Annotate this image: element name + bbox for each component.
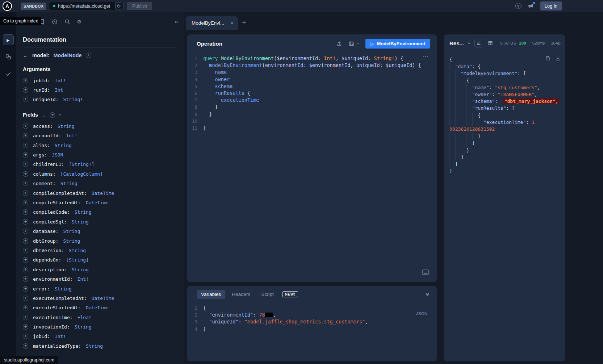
add-field-icon[interactable]: [23, 324, 28, 330]
field-type-link[interactable]: String: [63, 229, 80, 234]
divider: [548, 41, 548, 45]
field-type-link[interactable]: DateTime: [86, 305, 109, 310]
add-field-icon[interactable]: [23, 267, 28, 272]
checklist-nav-button[interactable]: [3, 68, 14, 79]
operation-editor[interactable]: 1query ModelByEnvironment($environmentId…: [187, 55, 437, 131]
add-field-icon[interactable]: [23, 334, 28, 339]
publish-button[interactable]: Publish: [127, 2, 152, 10]
login-button[interactable]: Log in: [540, 1, 562, 11]
add-field-icon[interactable]: [23, 87, 28, 93]
add-field-icon[interactable]: [23, 257, 28, 263]
keyboard-shortcuts-icon[interactable]: [422, 269, 429, 275]
field-type-link[interactable]: String: [55, 143, 72, 148]
breadcrumb: model: ModelNode: [23, 52, 177, 58]
field-type-link[interactable]: String: [72, 267, 89, 272]
add-field-icon[interactable]: [23, 315, 28, 320]
response-dropdown-icon[interactable]: [467, 41, 472, 46]
add-field-icon[interactable]: [23, 219, 28, 225]
breadcrumb-type-link[interactable]: ModelNode: [54, 53, 82, 58]
field-type-link[interactable]: String: [55, 286, 72, 292]
save-button[interactable]: [348, 41, 360, 47]
add-field-icon[interactable]: [23, 238, 28, 244]
code-line: 4}: [187, 326, 437, 332]
editor-overflow-menu-icon[interactable]: [423, 55, 429, 59]
field-type-link[interactable]: [String!]: [69, 162, 94, 167]
share-icon[interactable]: [336, 41, 343, 47]
add-field-icon[interactable]: [23, 248, 28, 253]
field-type-link[interactable]: String: [72, 219, 89, 225]
add-field-icon[interactable]: [23, 152, 28, 158]
graph-url-input[interactable]: https://metadata.cloud.get: [49, 2, 123, 10]
field-type-link[interactable]: String!: [63, 97, 83, 102]
add-field-icon[interactable]: [23, 286, 28, 292]
field-type-link[interactable]: Int!: [78, 276, 89, 282]
settings-icon[interactable]: [77, 18, 81, 25]
field-type-link[interactable]: String: [58, 124, 75, 129]
field-type-link[interactable]: DateTime: [92, 296, 114, 301]
doc-field-row: alias:String: [23, 141, 177, 150]
variables-editor[interactable]: 1{2 "environmentId": 78,3 "uniqueId": "m…: [187, 305, 437, 332]
save-dropdown-icon[interactable]: [356, 42, 360, 46]
add-field-icon[interactable]: [23, 296, 28, 301]
schema-nav-button[interactable]: [3, 51, 14, 62]
add-field-icon[interactable]: [23, 305, 28, 310]
tab-headers[interactable]: Headers: [227, 290, 255, 299]
tab-variables[interactable]: Variables: [197, 290, 225, 299]
sort-fields-icon[interactable]: [43, 112, 45, 118]
field-type-link[interactable]: Float: [78, 315, 92, 320]
line-number: 4: [187, 326, 203, 332]
announcements-button[interactable]: [528, 3, 534, 9]
back-icon[interactable]: [23, 52, 28, 58]
operation-tab[interactable]: ModelByEnvi...: [186, 16, 238, 30]
field-type-link[interactable]: String: [75, 209, 92, 215]
add-field-icon[interactable]: [23, 200, 28, 205]
add-field-icon[interactable]: [23, 209, 28, 215]
add-field-icon[interactable]: [23, 343, 28, 349]
add-type-icon[interactable]: [86, 53, 91, 58]
add-field-icon[interactable]: [23, 97, 28, 102]
field-type-link[interactable]: Int!: [66, 133, 77, 138]
field-type-link[interactable]: DateTime: [92, 191, 114, 196]
field-type-link[interactable]: String: [86, 343, 103, 349]
field-type-link[interactable]: Int!: [55, 78, 66, 83]
run-button[interactable]: ModelByEnvironment: [365, 39, 430, 49]
add-field-icon[interactable]: [23, 191, 28, 196]
field-type-link[interactable]: String: [63, 238, 80, 244]
explorer-nav-button[interactable]: [3, 34, 14, 45]
add-field-icon[interactable]: [23, 171, 28, 177]
add-field-icon[interactable]: [23, 124, 28, 129]
download-response-icon[interactable]: [555, 55, 561, 61]
field-type-link[interactable]: Int!: [55, 334, 66, 339]
add-field-icon[interactable]: [23, 162, 28, 167]
collapse-sidebar-icon[interactable]: [175, 18, 178, 25]
field-type-link[interactable]: Int: [55, 87, 63, 93]
field-type-link[interactable]: String: [75, 324, 92, 330]
add-field-icon[interactable]: [23, 78, 28, 83]
collapse-panel-icon[interactable]: [425, 292, 430, 297]
add-field-icon[interactable]: [23, 143, 28, 148]
history-icon[interactable]: [51, 18, 58, 25]
field-type-link[interactable]: String: [69, 248, 86, 253]
tab-script[interactable]: Script: [257, 290, 278, 299]
new-tab-button[interactable]: [242, 18, 246, 27]
field-type-link[interactable]: [CatalogColumn]: [60, 171, 103, 177]
field-type-link[interactable]: JSON: [52, 152, 63, 158]
search-icon[interactable]: [64, 18, 71, 25]
view-as-table-button[interactable]: [486, 39, 495, 47]
add-field-icon[interactable]: [23, 229, 28, 234]
field-type-link[interactable]: DateTime: [86, 200, 109, 205]
add-field-icon[interactable]: [23, 133, 28, 138]
add-field-icon[interactable]: [23, 276, 28, 282]
view-as-list-button[interactable]: [474, 39, 483, 47]
apollo-logo[interactable]: A: [3, 1, 12, 11]
field-type-link[interactable]: [String]: [66, 257, 89, 263]
close-tab-icon[interactable]: [230, 20, 234, 26]
copy-response-icon[interactable]: [545, 55, 550, 61]
chevron-down-icon[interactable]: [58, 113, 62, 117]
response-title[interactable]: Res...: [449, 40, 464, 46]
add-all-fields-icon[interactable]: [50, 112, 55, 118]
add-field-icon[interactable]: [23, 181, 28, 186]
field-type-link[interactable]: String: [60, 181, 78, 186]
help-icon[interactable]: [515, 3, 522, 9]
connection-settings-icon[interactable]: [115, 3, 122, 9]
